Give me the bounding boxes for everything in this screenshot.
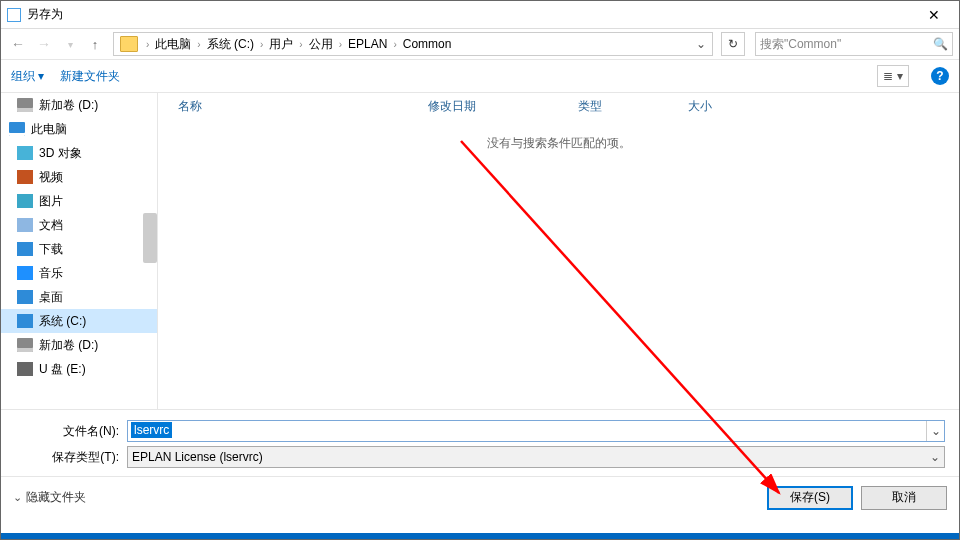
back-button[interactable]: ← <box>7 33 29 55</box>
breadcrumb[interactable]: › 此电脑 › 系统 (C:) › 用户 › 公用 › EPLAN › Comm… <box>113 32 713 56</box>
tree-item[interactable]: U 盘 (E:) <box>1 357 157 381</box>
empty-message: 没有与搜索条件匹配的项。 <box>158 135 959 152</box>
hdd-icon <box>17 98 33 112</box>
organize-menu[interactable]: 组织 ▾ <box>11 68 44 85</box>
tree-item-label: 桌面 <box>39 289 63 306</box>
hdd-icon <box>17 338 33 352</box>
breadcrumb-item[interactable]: EPLAN <box>346 37 389 51</box>
tree-item[interactable]: 图片 <box>1 189 157 213</box>
doc-icon <box>17 218 33 232</box>
tree-item-label: 下载 <box>39 241 63 258</box>
tree-item[interactable]: 此电脑 <box>1 117 157 141</box>
recent-dropdown[interactable]: ▾ <box>59 33 81 55</box>
tree-item[interactable]: 音乐 <box>1 261 157 285</box>
tree-item[interactable]: 系统 (C:) <box>1 309 157 333</box>
hide-folders-toggle[interactable]: ⌄ 隐藏文件夹 <box>13 489 86 506</box>
taskbar <box>1 533 959 539</box>
breadcrumb-dropdown[interactable]: ⌄ <box>692 37 710 51</box>
tree-item-label: 图片 <box>39 193 63 210</box>
breadcrumb-item[interactable]: Common <box>401 37 454 51</box>
tree-item-label: 视频 <box>39 169 63 186</box>
tree-item-label: 此电脑 <box>31 121 67 138</box>
tree-item[interactable]: 桌面 <box>1 285 157 309</box>
dl-icon <box>17 242 33 256</box>
img-icon <box>17 194 33 208</box>
window-title: 另存为 <box>27 6 915 23</box>
breadcrumb-item[interactable]: 系统 (C:) <box>205 36 256 53</box>
up-button[interactable]: ↑ <box>85 34 105 54</box>
col-name[interactable]: 名称 <box>178 98 428 115</box>
col-size[interactable]: 大小 <box>688 98 768 115</box>
tree-item-label: 系统 (C:) <box>39 313 86 330</box>
tree-item[interactable]: 下载 <box>1 237 157 261</box>
filename-label: 文件名(N): <box>15 423 127 440</box>
cancel-button[interactable]: 取消 <box>861 486 947 510</box>
col-date[interactable]: 修改日期 <box>428 98 578 115</box>
tree-item-label: 文档 <box>39 217 63 234</box>
tree-item-label: 新加卷 (D:) <box>39 337 98 354</box>
filetype-value: EPLAN License (lservrc) <box>132 450 263 464</box>
view-mode-button[interactable]: ≣ ▾ <box>877 65 909 87</box>
new-folder-button[interactable]: 新建文件夹 <box>60 68 120 85</box>
tree-item[interactable]: 视频 <box>1 165 157 189</box>
usb-icon <box>17 362 33 376</box>
help-button[interactable]: ? <box>931 67 949 85</box>
save-button[interactable]: 保存(S) <box>767 486 853 510</box>
search-icon: 🔍 <box>933 37 948 51</box>
filetype-select[interactable]: EPLAN License (lservrc) ⌄ <box>127 446 945 468</box>
desk-icon <box>17 290 33 304</box>
app-icon <box>7 8 21 22</box>
tree-item-label: 3D 对象 <box>39 145 82 162</box>
music-icon <box>17 266 33 280</box>
column-headers[interactable]: 名称 修改日期 类型 大小 <box>158 93 959 119</box>
filename-dropdown[interactable]: ⌄ <box>926 421 944 441</box>
tree-item-label: 新加卷 (D:) <box>39 97 98 114</box>
forward-button[interactable]: → <box>33 33 55 55</box>
pc-icon <box>9 122 25 136</box>
filetype-label: 保存类型(T): <box>15 449 127 466</box>
chevron-right-icon: › <box>142 39 153 50</box>
tree-item[interactable]: 新加卷 (D:) <box>1 333 157 357</box>
folder-icon <box>120 36 138 52</box>
chevron-down-icon: ⌄ <box>13 491 22 504</box>
cube-icon <box>17 146 33 160</box>
search-input[interactable]: 搜索"Common" 🔍 <box>755 32 953 56</box>
tree-item-label: 音乐 <box>39 265 63 282</box>
close-button[interactable]: ✕ <box>915 3 953 27</box>
tree-item-label: U 盘 (E:) <box>39 361 86 378</box>
breadcrumb-item[interactable]: 公用 <box>307 36 335 53</box>
chevron-down-icon: ⌄ <box>930 450 940 464</box>
col-type[interactable]: 类型 <box>578 98 688 115</box>
tree-item[interactable]: 新加卷 (D:) <box>1 93 157 117</box>
breadcrumb-item[interactable]: 用户 <box>267 36 295 53</box>
filename-input[interactable]: lservrc ⌄ <box>127 420 945 442</box>
breadcrumb-item[interactable]: 此电脑 <box>153 36 193 53</box>
refresh-button[interactable]: ↻ <box>721 32 745 56</box>
vid-icon <box>17 170 33 184</box>
filename-value: lservrc <box>131 422 172 438</box>
scrollbar-thumb[interactable] <box>143 213 157 263</box>
tree-item[interactable]: 文档 <box>1 213 157 237</box>
tree-item[interactable]: 3D 对象 <box>1 141 157 165</box>
sys-icon <box>17 314 33 328</box>
nav-tree[interactable]: 新加卷 (D:)此电脑3D 对象视频图片文档下载音乐桌面系统 (C:)新加卷 (… <box>1 93 157 409</box>
search-placeholder: 搜索"Common" <box>760 36 841 53</box>
